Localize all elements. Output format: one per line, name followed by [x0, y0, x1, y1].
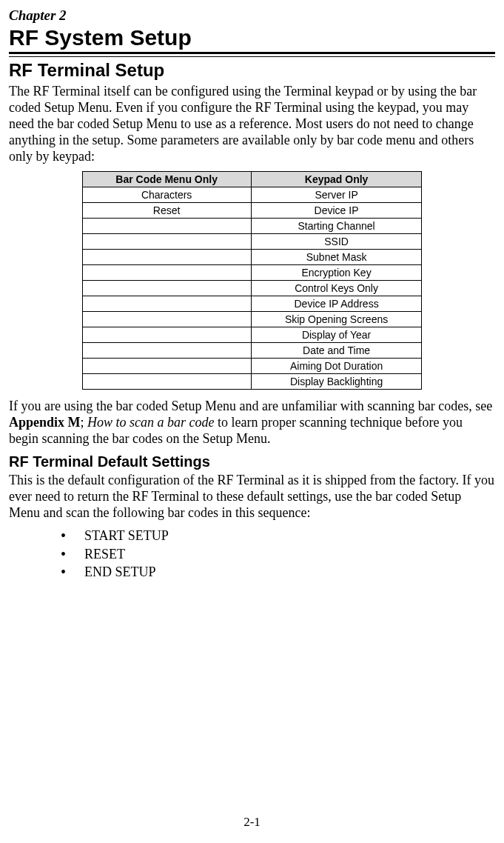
table-row: Subnet Mask — [82, 249, 422, 264]
table-row: Starting Channel — [82, 218, 422, 233]
list-item: END SETUP — [61, 563, 495, 581]
table-row: Control Keys Only — [82, 280, 422, 296]
page-number: 2-1 — [0, 815, 504, 830]
table-cell: Reset — [82, 202, 251, 218]
table-cell: Display of Year — [251, 327, 422, 342]
table-row: Display of Year — [82, 327, 422, 342]
table-cell: Aiming Dot Duration — [251, 358, 422, 373]
table-cell: Skip Opening Screens — [251, 311, 422, 327]
table-cell — [82, 264, 251, 280]
table-row: Skip Opening Screens — [82, 311, 422, 327]
default-sequence-list: START SETUPRESETEND SETUP — [61, 527, 495, 581]
table-cell — [82, 233, 251, 249]
table-row: Date and Time — [82, 342, 422, 358]
table-cell — [82, 373, 251, 389]
title-rule — [9, 52, 495, 57]
intro-paragraph: The RF Terminal itself can be configured… — [9, 84, 495, 165]
table-cell: Control Keys Only — [251, 280, 422, 296]
table-cell: Display Backlighting — [251, 373, 422, 389]
table-cell — [82, 280, 251, 296]
list-item: RESET — [61, 545, 495, 563]
table-row: CharactersServer IP — [82, 187, 422, 202]
table-header-row: Bar Code Menu Only Keypad Only — [82, 171, 422, 187]
table-row: Aiming Dot Duration — [82, 358, 422, 373]
table-cell: Subnet Mask — [251, 249, 422, 264]
page-title: RF System Setup — [9, 25, 495, 50]
defaults-paragraph: This is the default configuration of the… — [9, 473, 495, 522]
howto-ref: How to scan a bar code — [87, 415, 214, 430]
post-table-pre: If you are using the bar coded Setup Men… — [9, 399, 492, 413]
table-header-keypad: Keypad Only — [251, 171, 422, 187]
table-cell: Encryption Key — [251, 264, 422, 280]
table-row: ResetDevice IP — [82, 202, 422, 218]
table-cell — [82, 358, 251, 373]
table-row: Encryption Key — [82, 264, 422, 280]
table-cell — [82, 327, 251, 342]
table-header-barcode: Bar Code Menu Only — [82, 171, 251, 187]
table-cell: Server IP — [251, 187, 422, 202]
table-cell: Date and Time — [251, 342, 422, 358]
chapter-label: Chapter 2 — [9, 7, 495, 24]
table-cell — [82, 296, 251, 311]
table-cell: Starting Channel — [251, 218, 422, 233]
post-table-paragraph: If you are using the bar coded Setup Men… — [9, 399, 495, 447]
table-cell — [82, 311, 251, 327]
table-cell: Characters — [82, 187, 251, 202]
table-body: CharactersServer IPResetDevice IP Starti… — [82, 187, 422, 389]
table-row: SSID — [82, 233, 422, 249]
parameters-table: Bar Code Menu Only Keypad Only Character… — [82, 171, 423, 390]
table-cell — [82, 218, 251, 233]
table-cell — [82, 249, 251, 264]
table-cell: Device IP — [251, 202, 422, 218]
table-row: Device IP Address — [82, 296, 422, 311]
post-table-sep: ; — [81, 415, 88, 430]
table-cell: SSID — [251, 233, 422, 249]
table-row: Display Backlighting — [82, 373, 422, 389]
list-item: START SETUP — [61, 527, 495, 544]
section-heading-default-settings: RF Terminal Default Settings — [9, 453, 495, 470]
table-cell: Device IP Address — [251, 296, 422, 311]
table-cell — [82, 342, 251, 358]
section-heading-rf-terminal-setup: RF Terminal Setup — [9, 60, 495, 81]
appendix-ref: Appendix M — [9, 415, 81, 430]
